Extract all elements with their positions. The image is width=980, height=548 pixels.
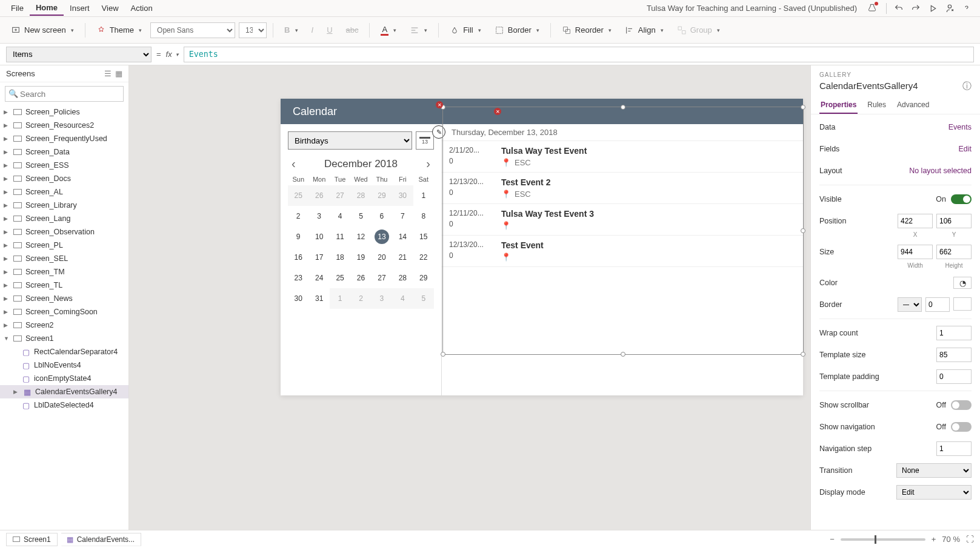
calendar-day[interactable]: 22 [413,247,434,268]
x-input[interactable] [898,214,933,228]
text-align-button[interactable]: ▾ [405,23,432,38]
properties-help-icon[interactable]: ⓘ [962,81,972,92]
calendar-day[interactable]: 26 [308,185,329,206]
calendar-day[interactable]: 30 [392,185,413,206]
fill-button[interactable]: Fill▾ [445,23,486,38]
tree-screen[interactable]: ▶Screen_TM [0,265,128,279]
layout-link[interactable]: No layout selected [909,167,972,175]
calendar-day[interactable]: 3 [372,288,392,309]
calendar-day[interactable]: 15 [413,226,434,247]
list-view-icon[interactable]: ☰ [104,69,112,78]
thumbnail-view-icon[interactable]: ▦ [115,69,122,78]
tree-screen-open[interactable]: ▼Screen1 [0,332,128,345]
calendar-day[interactable]: 27 [372,268,392,288]
edit-template-icon[interactable]: ✎ [432,125,445,139]
visible-toggle[interactable] [951,194,972,204]
calendar-day[interactable]: 13 [372,226,392,247]
share-icon[interactable] [941,0,958,17]
screen-tree[interactable]: ▶Screen_Policies▶Screen_Resources2▶Scree… [0,105,128,530]
tree-screen[interactable]: ▶Screen_Policies [0,105,128,119]
menu-action[interactable]: Action [125,1,159,15]
calendar-day[interactable]: 24 [308,268,329,288]
tree-control[interactable]: ▢LblDateSelected4 [0,398,128,412]
data-link[interactable]: Events [948,123,972,131]
calendar-day[interactable]: 6 [372,206,392,226]
calendar-day[interactable]: 28 [350,185,371,206]
menu-file[interactable]: File [5,1,30,15]
tree-screen[interactable]: ▶Screen_PL [0,239,128,252]
calendar-day[interactable]: 8 [413,206,434,226]
template-size-input[interactable] [936,348,972,362]
zoom-in-button[interactable]: + [932,535,936,544]
y-input[interactable] [936,214,972,228]
align-button[interactable]: Align▾ [620,23,668,38]
prev-month-icon[interactable]: ‹ [288,157,299,171]
help-icon[interactable] [958,0,975,17]
menu-home[interactable]: Home [30,1,64,16]
border-width-input[interactable] [925,297,950,312]
calendar-day[interactable]: 25 [330,268,350,288]
calendar-day[interactable]: 26 [350,268,371,288]
reorder-button[interactable]: Reorder▾ [557,23,616,38]
calendar-day[interactable]: 30 [288,288,308,309]
calendar-day[interactable]: 23 [288,268,308,288]
remove-edit-icon[interactable]: ✕ [494,108,501,115]
tree-screen[interactable]: ▶Screen_ComingSoon [0,305,128,319]
height-input[interactable] [936,245,972,259]
calendar-day[interactable]: 7 [392,206,413,226]
calendar-day[interactable]: 5 [350,206,371,226]
font-size-select[interactable]: 13 [239,22,267,38]
tree-control[interactable]: ▢RectCalendarSeparator4 [0,345,128,358]
strike-button[interactable]: abc [341,23,364,37]
event-row[interactable]: 2/11/20...0Tulsa Way Test Event📍ESC [442,141,803,173]
fit-to-window-icon[interactable]: ⛶ [966,535,974,544]
calendar-dropdown[interactable]: Birthdays [288,131,412,150]
fx-button[interactable]: fx▾ [166,50,179,59]
italic-button[interactable]: I [307,23,319,37]
display-mode-select[interactable]: Edit [896,485,972,500]
tree-screen[interactable]: ▶Screen_Resources2 [0,119,128,132]
calendar-day[interactable]: 29 [372,185,392,206]
calendar-grid[interactable]: 2526272829301234567891011121314151617181… [288,185,434,309]
calendar-day[interactable]: 1 [413,185,434,206]
calendar-day[interactable]: 27 [330,185,350,206]
formula-input[interactable] [184,47,974,62]
next-month-icon[interactable]: › [422,157,434,171]
property-selector[interactable]: Items [6,47,152,62]
menu-insert[interactable]: Insert [64,1,96,15]
tree-screen[interactable]: ▶Screen_AL [0,185,128,199]
search-input[interactable] [5,86,124,102]
navigation-toggle[interactable] [951,422,972,432]
tree-screen[interactable]: ▶Screen_Lang [0,212,128,225]
zoom-out-button[interactable]: − [830,535,835,544]
tree-screen[interactable]: ▶Screen_TL [0,279,128,292]
border-style-select[interactable]: — [898,297,922,312]
calendar-day[interactable]: 10 [308,226,329,247]
tree-screen[interactable]: ▶Screen_Observation [0,225,128,239]
event-row[interactable]: 12/13/20...0Test Event 2📍ESC [442,173,803,204]
calendar-day[interactable]: 5 [413,288,434,309]
scrollbar-toggle[interactable] [951,400,972,410]
calendar-day[interactable]: 2 [288,206,308,226]
calendar-day[interactable]: 28 [392,268,413,288]
calendar-day[interactable]: 21 [392,247,413,268]
tab-advanced[interactable]: Advanced [896,97,930,114]
calendar-day[interactable]: 14 [392,226,413,247]
play-icon[interactable] [924,0,941,17]
calendar-day[interactable]: 4 [330,206,350,226]
today-button[interactable]: 13 [416,131,434,150]
tree-control-selected[interactable]: ▶▦CalendarEventsGallery4 [0,385,128,398]
font-name-select[interactable]: Open Sans [150,22,235,38]
template-padding-input[interactable] [936,369,972,384]
tree-screen[interactable]: ▶Screen_Docs [0,172,128,185]
calendar-day[interactable]: 25 [288,185,308,206]
tree-screen[interactable]: ▶Screen_FrequentlyUsed [0,132,128,145]
zoom-slider[interactable] [841,538,925,541]
wrap-count-input[interactable] [936,326,972,340]
calendar-day[interactable]: 3 [308,206,329,226]
border-color-swatch[interactable] [953,297,972,311]
app-checker-icon[interactable] [865,0,882,17]
group-button[interactable]: Group▾ [672,23,725,38]
calendar-day[interactable]: 1 [330,288,350,309]
tree-screen[interactable]: ▶Screen_ESS [0,159,128,172]
